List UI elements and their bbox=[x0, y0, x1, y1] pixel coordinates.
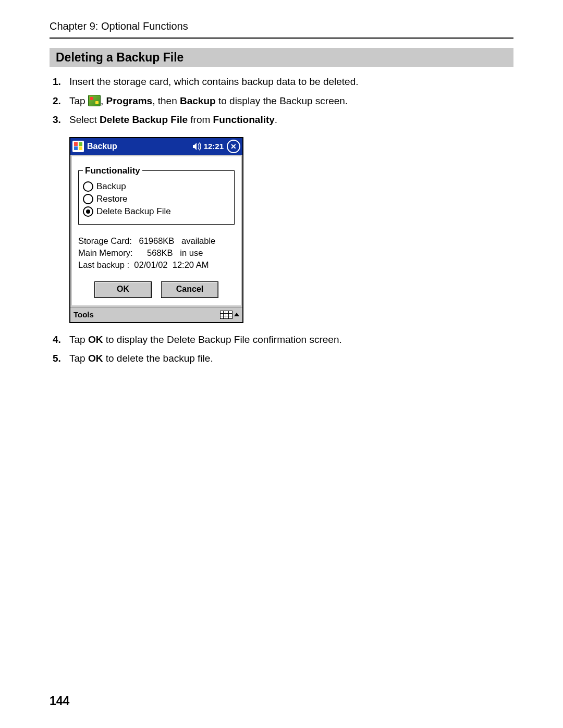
step-3: 3. Select Delete Backup File from Functi… bbox=[69, 113, 513, 128]
functionality-group: Functionality Backup Restore Delete Back… bbox=[78, 166, 235, 225]
main-memory-info: Main Memory: 568KB in use bbox=[78, 248, 235, 258]
step-number: 3. bbox=[53, 113, 61, 128]
cancel-button[interactable]: Cancel bbox=[161, 281, 218, 298]
radio-icon bbox=[83, 206, 93, 217]
radio-restore[interactable]: Restore bbox=[83, 194, 230, 204]
step-text: to display the Delete Backup File confir… bbox=[103, 334, 341, 345]
keyboard-icon[interactable] bbox=[220, 311, 239, 319]
step-text: , bbox=[101, 95, 106, 106]
step-number: 4. bbox=[53, 332, 61, 348]
speaker-icon[interactable] bbox=[192, 142, 202, 151]
close-icon[interactable]: ✕ bbox=[227, 140, 240, 153]
step-number: 1. bbox=[53, 75, 61, 90]
device-body: Functionality Backup Restore Delete Back… bbox=[72, 156, 241, 305]
step-5: 5. Tap OK to delete the backup file. bbox=[69, 351, 513, 366]
ok-button[interactable]: OK bbox=[94, 281, 152, 298]
bottom-bar: Tools bbox=[70, 307, 242, 322]
step-text: Insert the storage card, which contains … bbox=[69, 76, 359, 87]
start-menu-icon[interactable] bbox=[72, 141, 84, 152]
step-text: to display the Backup screen. bbox=[216, 95, 348, 106]
radio-label: Restore bbox=[96, 194, 128, 204]
radio-delete-backup[interactable]: Delete Backup File bbox=[83, 206, 230, 217]
step-bold: Functionality bbox=[213, 114, 275, 125]
device-screenshot: Backup 12:21 ✕ Functionality Backup Rest… bbox=[69, 137, 243, 323]
chapter-heading: Chapter 9: Optional Functions bbox=[50, 18, 513, 38]
fieldset-legend: Functionality bbox=[83, 166, 142, 176]
step-bold: Backup bbox=[180, 95, 216, 106]
step-text: Tap bbox=[69, 334, 88, 345]
step-bold: Delete Backup File bbox=[100, 114, 188, 125]
step-bold: OK bbox=[88, 334, 103, 345]
step-text: Tap bbox=[69, 95, 88, 106]
storage-card-info: Storage Card: 61968KB available bbox=[78, 236, 235, 246]
step-number: 5. bbox=[53, 351, 61, 366]
radio-label: Backup bbox=[96, 181, 126, 192]
tools-menu[interactable]: Tools bbox=[74, 310, 94, 319]
divider bbox=[50, 38, 513, 39]
clock: 12:21 bbox=[204, 142, 224, 151]
step-text: , then bbox=[152, 95, 180, 106]
step-text: to delete the backup file. bbox=[103, 353, 213, 364]
step-bold: Programs bbox=[106, 95, 152, 106]
step-2: 2. Tap , Programs, then Backup to displa… bbox=[69, 94, 513, 109]
radio-icon bbox=[83, 194, 93, 204]
step-number: 2. bbox=[53, 94, 61, 109]
radio-icon bbox=[83, 181, 93, 192]
radio-label: Delete Backup File bbox=[96, 206, 171, 217]
app-title: Backup bbox=[87, 142, 117, 151]
step-1: 1. Insert the storage card, which contai… bbox=[69, 75, 513, 90]
step-text: Tap bbox=[69, 353, 88, 364]
step-4: 4. Tap OK to display the Delete Backup F… bbox=[69, 332, 513, 348]
step-bold: OK bbox=[88, 353, 103, 364]
last-backup-info: Last backup : 02/01/02 12:20 AM bbox=[78, 260, 235, 270]
page-number: 144 bbox=[50, 694, 69, 708]
step-text: from bbox=[188, 114, 213, 125]
titlebar: Backup 12:21 ✕ bbox=[70, 138, 242, 155]
start-menu-icon bbox=[88, 95, 101, 106]
step-text: Select bbox=[69, 114, 100, 125]
section-title: Deleting a Backup File bbox=[50, 48, 513, 67]
step-text: . bbox=[275, 114, 277, 125]
radio-backup[interactable]: Backup bbox=[83, 181, 230, 192]
